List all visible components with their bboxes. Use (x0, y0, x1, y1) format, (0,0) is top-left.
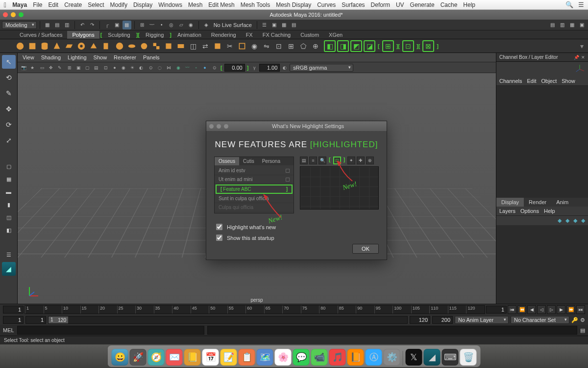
menu-edit-mesh[interactable]: Edit Mesh (208, 1, 234, 8)
shelf-tab-fx[interactable]: FX (241, 31, 258, 39)
demo-tab-0[interactable]: Osseus (215, 157, 239, 165)
minimize-icon[interactable] (11, 12, 16, 17)
demo-icon-highlighted[interactable]: ⊡ (333, 157, 341, 164)
separate-icon[interactable] (163, 41, 174, 52)
timeline-start-field[interactable] (3, 306, 24, 314)
shelf-tab-rigging[interactable]: Rigging (141, 31, 169, 39)
layout-three-icon[interactable]: ◫ (3, 212, 14, 223)
script-editor-icon[interactable]: ▤ (580, 327, 585, 334)
target-weld-icon[interactable]: ⊕ (310, 41, 321, 52)
lasso-tool-icon[interactable]: ⟲ (2, 71, 16, 84)
paint-select-tool-icon[interactable]: ✎ (2, 86, 16, 100)
save-scene-icon[interactable]: ▥ (63, 21, 72, 29)
dialog-zoom-icon[interactable] (224, 124, 228, 129)
vp-menu-view[interactable]: View (23, 54, 34, 60)
checkbox-input[interactable] (216, 224, 222, 230)
move-tool-icon[interactable]: ✥ (2, 102, 16, 116)
quad-draw-icon[interactable]: ⊞ (286, 41, 296, 52)
menu-windows[interactable]: Windows (158, 1, 182, 8)
vp-textured-icon[interactable]: ◉ (120, 64, 127, 72)
spotlight-icon[interactable]: 🔍 (565, 1, 573, 8)
shelf-tab-rendering[interactable]: Rendering (206, 31, 241, 39)
apple-menu-icon[interactable]:  (4, 1, 6, 9)
multi-cut-icon[interactable]: ✂ (224, 41, 235, 52)
poly-cylinder-icon[interactable] (39, 41, 50, 52)
maps-icon[interactable]: 🗺️ (257, 349, 273, 366)
terminal-icon[interactable]: ⌨ (442, 349, 459, 366)
le-menu-help[interactable]: Help (544, 208, 555, 214)
vp-exposure-field[interactable] (224, 64, 245, 72)
vp-exposure-icon[interactable]: ⊙ (211, 64, 219, 72)
menu-display[interactable]: Display (133, 1, 152, 8)
play-forward-icon[interactable]: ▷ (547, 305, 556, 314)
combine-icon[interactable] (151, 41, 162, 52)
bridge-icon[interactable]: ⇄ (200, 41, 211, 52)
vp-isolate-icon[interactable]: ⊙ (147, 64, 155, 72)
menu-help[interactable]: Help (463, 1, 475, 8)
checkbox-show-startup[interactable]: Show this at startup (214, 233, 379, 242)
go-to-end-icon[interactable]: ⏭ (576, 305, 585, 314)
shelf-options-icon[interactable]: ▾ (576, 41, 587, 52)
outliner-icon[interactable]: ☰ (3, 249, 14, 260)
extrude-icon[interactable]: ◫ (188, 41, 198, 52)
scale-tool-icon[interactable]: ⤢ (2, 133, 16, 147)
poly-cone-icon[interactable] (51, 41, 62, 52)
new-feature-6-icon[interactable]: ⊡ (402, 40, 414, 52)
demo-row[interactable]: Sunt in culpa qui officia (215, 194, 294, 203)
demo-tab-1[interactable]: Cutis (239, 157, 258, 165)
menu-surfaces[interactable]: Surfaces (342, 1, 365, 8)
new-feature-7-icon[interactable]: ⊠ (422, 40, 434, 52)
new-feature-2-icon[interactable]: ◨ (337, 40, 349, 52)
new-feature-1-icon[interactable]: ◧ (324, 40, 336, 52)
render-settings-icon[interactable]: ▤ (290, 21, 298, 29)
menu-mesh-tools[interactable]: Mesh Tools (241, 1, 270, 8)
mail-icon[interactable]: ✉️ (166, 349, 183, 366)
demo-icon[interactable]: ≡ (309, 157, 317, 164)
new-layer-icon[interactable]: ◆ (558, 217, 562, 224)
ok-button[interactable]: OK (352, 244, 379, 254)
vp-bookmark-icon[interactable]: ★ (28, 64, 36, 72)
menu-mesh[interactable]: Mesh (188, 1, 202, 8)
snap-point-icon[interactable]: • (157, 21, 166, 29)
demo-icon[interactable]: ✚ (357, 157, 365, 164)
layer-up-icon[interactable]: ◆ (573, 217, 577, 224)
demo-row[interactable]: Ut enim ad mini (215, 175, 294, 184)
anim-prefs-icon[interactable]: ⚙ (580, 317, 585, 323)
le-menu-options[interactable]: Options (520, 208, 539, 214)
dialog-minimize-icon[interactable] (217, 124, 221, 129)
safari-icon[interactable]: 🧭 (148, 349, 165, 366)
demo-row[interactable]: Culpa qui officia (215, 203, 294, 212)
cb-menu-channels[interactable]: Channels (499, 78, 522, 84)
new-feature-4-icon[interactable]: ◪ (364, 40, 375, 52)
step-forward-key-icon[interactable]: ⏩ (566, 305, 575, 314)
poly-torus-icon[interactable] (76, 41, 87, 52)
vp-menu-lighting[interactable]: Lighting (68, 54, 87, 60)
tab-render[interactable]: Render (524, 198, 551, 207)
menu-uv[interactable]: UV (396, 1, 404, 8)
sculpt-icon[interactable]: ⊡ (273, 41, 284, 52)
shelf-tab-sculpting[interactable]: Sculpting (103, 31, 135, 39)
vp-menu-renderer[interactable]: Renderer (114, 54, 136, 60)
layout-single-icon[interactable]: ▢ (3, 161, 14, 172)
app-name[interactable]: Maya (12, 1, 27, 8)
vp-xray-joints-icon[interactable]: ⋈ (165, 64, 172, 72)
history-toggle-icon[interactable]: ☰ (260, 21, 269, 29)
select-by-hierarchy-icon[interactable]: ┌ (103, 21, 112, 29)
auto-key-icon[interactable]: 🔑 (571, 317, 578, 323)
toggle-channel-box-icon[interactable]: ▥ (558, 21, 566, 29)
go-to-start-icon[interactable]: ⏮ (508, 305, 516, 314)
step-back-icon[interactable]: ◀ (527, 305, 536, 314)
menu-extras-icon[interactable]: ☰ (578, 1, 584, 8)
poly-plane-icon[interactable] (64, 41, 74, 52)
insert-edge-loop-icon[interactable] (237, 41, 247, 52)
checkbox-input[interactable] (216, 235, 222, 241)
snap-curve-icon[interactable]: 〰 (147, 21, 156, 29)
poly-pyramid-icon[interactable] (88, 41, 99, 52)
cb-menu-object[interactable]: Object (541, 78, 557, 84)
layout-graph-icon[interactable]: ◧ (3, 225, 14, 236)
shelf-tab-custom[interactable]: Custom (295, 31, 324, 39)
preferences-icon[interactable]: ⚙️ (384, 349, 400, 366)
layout-four-icon[interactable]: ▦ (3, 174, 14, 184)
shelf-tab-polygons[interactable]: Polygons (67, 31, 99, 39)
maya-dock-icon[interactable]: ◢ (424, 349, 441, 366)
